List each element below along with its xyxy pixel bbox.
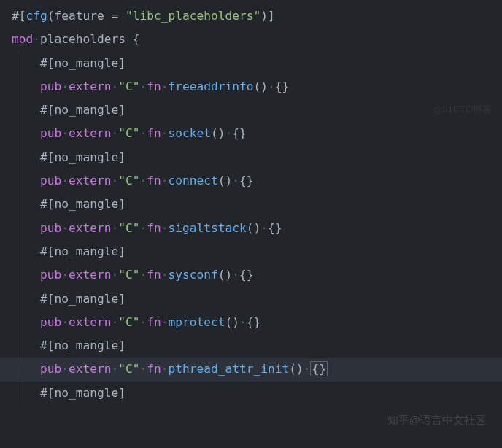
code-line[interactable]: #[cfg(feature = "libc_placeholders")] — [0, 4, 502, 28]
whitespace-dot: · — [61, 315, 69, 329]
kw-extern: extern — [69, 221, 111, 235]
braces: {} — [247, 315, 261, 329]
eq: = — [111, 9, 118, 23]
attr-value: "libc_placeholders" — [126, 9, 260, 23]
kw-pub: pub — [40, 174, 61, 188]
attr-bracket: ] — [118, 244, 126, 258]
indent-guide — [18, 99, 18, 122]
brace-open: { — [133, 32, 140, 46]
whitespace-dot: · — [304, 362, 311, 376]
whitespace-dot: · — [61, 362, 69, 376]
abi-c: "C" — [118, 315, 139, 329]
indent-guide — [18, 146, 18, 169]
attr-bracket: ] — [118, 339, 126, 352]
attr-hash: # — [40, 103, 47, 117]
code-line-current[interactable]: pub·extern·"C"·fn·pthread_attr_init()·{} — [0, 358, 502, 381]
whitespace-dot: · — [111, 221, 118, 235]
whitespace-dot: · — [139, 174, 147, 188]
braces: {} — [268, 221, 282, 235]
paren: ( — [47, 9, 55, 23]
paren: ) — [260, 9, 268, 23]
whitespace-dot: · — [161, 362, 169, 376]
code-line[interactable]: #[no_mangle] — [0, 287, 502, 311]
code-line[interactable]: pub·extern·"C"·fn·sigaltstack()·{} — [0, 217, 502, 240]
code-line[interactable]: #[no_mangle] — [0, 240, 502, 263]
attr-hash: # — [40, 244, 47, 258]
code-line[interactable]: #[no_mangle] — [0, 99, 502, 122]
code-line[interactable]: pub·extern·"C"·fn·sysconf()·{} — [0, 263, 502, 287]
kw-pub: pub — [40, 126, 61, 140]
parens: () — [211, 126, 225, 140]
indent-guide — [18, 52, 18, 75]
whitespace-dot: · — [232, 268, 239, 282]
watermark-text: 知乎@语言中文社区 — [387, 409, 486, 432]
code-line[interactable]: #[no_mangle] — [0, 193, 502, 216]
code-line[interactable]: #[no_mangle] — [0, 382, 502, 405]
whitespace-dot: · — [268, 80, 275, 93]
kw-extern: extern — [69, 362, 111, 376]
indent-guide — [18, 122, 18, 145]
indent-guide — [18, 311, 18, 334]
whitespace-dot: · — [111, 315, 118, 329]
braces: {} — [239, 268, 254, 282]
kw-fn: fn — [147, 315, 161, 329]
kw-fn: fn — [147, 174, 161, 188]
code-line[interactable]: #[no_mangle] — [0, 146, 502, 169]
braces: {} — [239, 174, 254, 188]
whitespace-dot: · — [139, 221, 147, 235]
attr-name: no_mangle — [54, 292, 118, 306]
whitespace-dot: · — [139, 268, 147, 282]
whitespace-dot: · — [232, 174, 239, 188]
code-line[interactable]: #[no_mangle] — [0, 334, 502, 358]
abi-c: "C" — [118, 80, 139, 93]
attr-hash: # — [12, 9, 19, 23]
whitespace-dot: · — [139, 315, 147, 329]
code-line[interactable]: pub·extern·"C"·fn·mprotect()·{} — [0, 311, 502, 334]
abi-c: "C" — [118, 221, 139, 235]
kw-extern: extern — [69, 174, 111, 188]
code-editor[interactable]: #[cfg(feature = "libc_placeholders")] mo… — [0, 0, 502, 405]
code-line[interactable]: #[no_mangle] — [0, 52, 502, 75]
parens: () — [225, 315, 239, 329]
indent-guide — [18, 263, 18, 287]
kw-extern: extern — [69, 126, 111, 140]
whitespace-dot: · — [61, 126, 69, 140]
code-line[interactable]: pub·extern·"C"·fn·connect()·{} — [0, 169, 502, 193]
whitespace-dot: · — [161, 221, 169, 235]
fn-name: mprotect — [168, 315, 225, 329]
whitespace-dot: · — [111, 80, 118, 93]
fn-name: connect — [168, 174, 217, 188]
attr-name: no_mangle — [54, 244, 118, 258]
code-line[interactable]: mod·placeholders { — [0, 28, 502, 51]
whitespace-dot: · — [161, 315, 169, 329]
whitespace-dot: · — [61, 221, 69, 235]
indent-guide — [18, 75, 18, 99]
attr-bracket: ] — [268, 9, 275, 23]
attr-name: no_mangle — [54, 150, 118, 164]
kw-fn: fn — [147, 362, 161, 376]
attr-hash: # — [40, 339, 47, 352]
abi-c: "C" — [118, 362, 139, 376]
whitespace-dot: · — [111, 174, 118, 188]
whitespace-dot: · — [139, 126, 147, 140]
whitespace-dot: · — [111, 268, 118, 282]
kw-mod: mod — [12, 32, 33, 46]
abi-c: "C" — [118, 268, 139, 282]
attr-name: no_mangle — [54, 197, 118, 211]
attr-hash: # — [40, 56, 47, 70]
attr-name: no_mangle — [54, 56, 118, 70]
parens: () — [218, 268, 233, 282]
attr-hash: # — [40, 292, 47, 306]
kw-pub: pub — [40, 268, 61, 282]
fn-name: sysconf — [168, 268, 217, 282]
whitespace-dot: · — [61, 174, 69, 188]
code-line[interactable]: pub·extern·"C"·fn·socket()·{} — [0, 122, 502, 145]
braces-matched: {} — [310, 361, 328, 376]
whitespace-dot: · — [161, 268, 169, 282]
indent-guide — [18, 240, 18, 263]
whitespace-dot: · — [111, 126, 118, 140]
kw-fn: fn — [147, 80, 161, 93]
whitespace-dot: · — [33, 32, 40, 46]
indent-guide — [18, 382, 18, 405]
code-line[interactable]: pub·extern·"C"·fn·freeaddrinfo()·{} — [0, 75, 502, 99]
